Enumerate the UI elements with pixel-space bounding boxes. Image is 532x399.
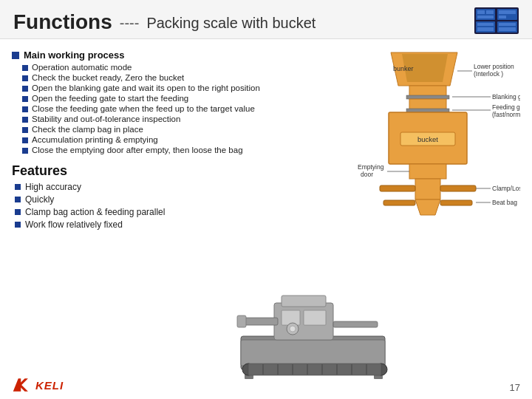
bullet-icon: [15, 184, 21, 190]
list-item: Operation automatic mode: [12, 63, 278, 72]
list-item-text: Stability and out-of-tolerance inspectio…: [32, 115, 180, 123]
bullet-icon: [22, 148, 28, 154]
svg-rect-12: [499, 27, 516, 31]
svg-text:Emptying: Emptying: [358, 163, 384, 171]
svg-text:Lower position: Lower position: [474, 63, 514, 70]
main-process-section: Main working process Operation automatic…: [12, 50, 278, 154]
bullet-icon: [22, 137, 28, 143]
svg-rect-9: [477, 23, 494, 26]
svg-rect-67: [237, 316, 246, 327]
svg-rect-16: [406, 95, 449, 99]
list-item-text: Open the blanking gate and wait its open…: [32, 83, 260, 92]
svg-rect-6: [477, 16, 494, 18]
svg-rect-27: [440, 200, 472, 205]
svg-rect-66: [241, 318, 278, 325]
svg-marker-23: [415, 200, 440, 215]
svg-rect-4: [477, 10, 485, 14]
process-list: Operation automatic modeCheck the bucket…: [12, 63, 278, 154]
machine-svg: [233, 284, 396, 381]
svg-text:bucket: bucket: [417, 135, 438, 143]
main-process-title: Main working process: [12, 50, 278, 61]
svg-text:(Interlock ): (Interlock ): [474, 70, 503, 78]
list-item: Close the feeding gate when the feed up …: [12, 104, 278, 113]
svg-rect-68: [333, 321, 378, 327]
svg-text:door: door: [361, 171, 373, 178]
header-subtitle: Packing scale with bucket: [146, 15, 316, 32]
svg-text:Beat bag: Beat bag: [492, 199, 517, 206]
feature-item-text: High accuracy: [25, 182, 81, 192]
page-number: 17: [510, 382, 520, 393]
list-item: Check the bucket ready, Zero the bucket: [12, 73, 278, 82]
list-item: Open the feeding gate to start the feedi…: [12, 94, 278, 103]
bullet-icon: [22, 65, 28, 71]
svg-rect-63: [304, 310, 326, 325]
svg-text:Blanking gate: Blanking gate: [492, 93, 520, 100]
svg-text:bunker: bunker: [393, 65, 414, 72]
header: Functions ---- Packing scale with bucket: [0, 0, 532, 39]
keli-logo-icon: [12, 377, 33, 393]
svg-rect-51: [248, 364, 381, 375]
features-section: Features High accuracyQuicklyClamp bag a…: [12, 163, 278, 230]
list-item-text: Operation automatic mode: [32, 63, 132, 72]
list-item: Check the clamp bag in place: [12, 125, 278, 134]
svg-rect-61: [282, 296, 326, 307]
list-item-text: Accumulation printing & emptying: [32, 135, 158, 144]
bullet-icon: [22, 75, 28, 81]
list-item: Close the emptying door after empty, the…: [12, 146, 278, 154]
bullet-icon: [22, 117, 28, 123]
svg-rect-7: [499, 10, 516, 14]
bottom-logo: KELI: [12, 377, 64, 393]
logo-box: [474, 7, 519, 34]
svg-rect-5: [486, 10, 494, 14]
feature-item: Quickly: [12, 194, 278, 205]
list-item-text: Check the bucket ready, Zero the bucket: [32, 73, 184, 82]
svg-rect-21: [409, 164, 446, 179]
list-item: Open the blanking gate and wait its open…: [12, 83, 278, 92]
svg-text:Clamp/Lose bag: Clamp/Lose bag: [492, 185, 520, 192]
feature-item-text: Quickly: [25, 194, 54, 205]
right-column: bunker Lower position (Interlock ) Blank…: [278, 45, 520, 395]
feature-item-text: Work flow relatively fixed: [25, 219, 123, 230]
keli-logo-text: KELI: [35, 379, 64, 392]
feature-item: Clamp bag action & feeding parallel: [12, 207, 278, 217]
diagram-svg: bunker Lower position (Interlock ) Blank…: [335, 45, 520, 252]
bullet-icon: [12, 52, 19, 59]
feature-item-text: Clamp bag action & feeding parallel: [25, 207, 165, 217]
svg-rect-24: [380, 185, 415, 191]
feature-item: High accuracy: [12, 182, 278, 192]
list-item-text: Close the emptying door after empty, the…: [32, 146, 243, 154]
bullet-icon: [15, 209, 21, 215]
features-list: High accuracyQuicklyClamp bag action & f…: [12, 182, 278, 230]
header-dashes: ----: [120, 15, 140, 32]
svg-rect-26: [383, 200, 415, 205]
header-logo: [474, 7, 519, 34]
feature-item: Work flow relatively fixed: [12, 219, 278, 230]
svg-text:Feeding gate: Feeding gate: [492, 103, 520, 111]
bullet-icon: [22, 106, 28, 112]
diagram-area: bunker Lower position (Interlock ) Blank…: [335, 45, 520, 252]
features-title: Features: [12, 163, 278, 179]
svg-rect-22: [415, 179, 440, 200]
list-item: Stability and out-of-tolerance inspectio…: [12, 115, 278, 123]
page-title: Functions: [13, 10, 112, 34]
bullet-icon: [22, 86, 28, 92]
svg-rect-8: [499, 16, 506, 18]
bullet-icon: [22, 127, 28, 133]
svg-point-65: [290, 326, 296, 332]
bullet-icon: [15, 197, 21, 202]
bullet-icon: [15, 222, 21, 228]
bullet-icon: [22, 96, 28, 102]
svg-rect-11: [499, 23, 516, 26]
list-item-text: Open the feeding gate to start the feedi…: [32, 94, 188, 103]
svg-text:(fast/normal/slow ): (fast/normal/slow ): [492, 111, 520, 118]
main-content: Main working process Operation automatic…: [0, 39, 532, 395]
machine-image: [233, 284, 396, 381]
list-item-text: Check the clamp bag in place: [32, 125, 143, 134]
svg-rect-25: [440, 185, 476, 191]
list-item-text: Close the feeding gate when the feed up …: [32, 104, 255, 113]
svg-rect-10: [477, 27, 494, 31]
svg-rect-46: [241, 340, 385, 366]
list-item: Accumulation printing & emptying: [12, 135, 278, 144]
